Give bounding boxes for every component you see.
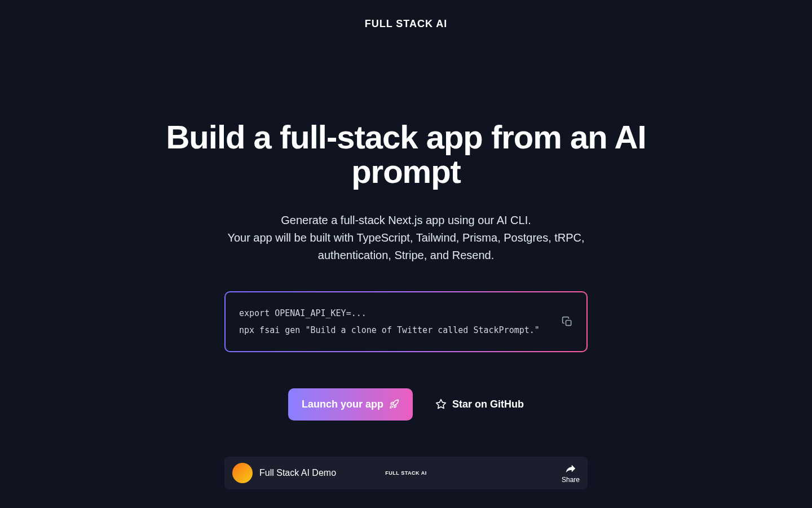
svg-rect-0 <box>566 320 571 325</box>
launch-button[interactable]: Launch your app <box>288 388 413 421</box>
video-title[interactable]: Full Stack AI Demo <box>259 468 336 478</box>
github-button[interactable]: Star on GitHub <box>435 398 524 410</box>
star-icon <box>435 398 447 410</box>
github-button-label: Star on GitHub <box>452 398 524 410</box>
svg-marker-1 <box>436 400 446 409</box>
launch-button-label: Launch your app <box>302 398 383 410</box>
hero-description: Generate a full-stack Next.js app using … <box>209 212 603 264</box>
copy-button[interactable] <box>562 316 573 327</box>
button-group: Launch your app Star on GitHub <box>288 388 524 421</box>
video-header-left: Full Stack AI Demo <box>232 463 336 483</box>
header: FULL STACK AI <box>0 0 812 30</box>
share-label: Share <box>562 476 580 484</box>
hero-title: Build a full-stack app from an AI prompt <box>152 120 660 189</box>
video-header: Full Stack AI Demo FULL STACK AI Share <box>224 457 588 489</box>
logo[interactable]: FULL STACK AI <box>0 18 812 30</box>
share-icon <box>564 462 577 475</box>
video-embed[interactable]: Full Stack AI Demo FULL STACK AI Share <box>224 457 588 489</box>
video-center-logo: FULL STACK AI <box>385 470 426 476</box>
video-center: FULL STACK AI <box>385 470 426 476</box>
avatar[interactable] <box>232 463 253 483</box>
video-share[interactable]: Share <box>562 462 580 484</box>
code-block-wrapper: export OPENAI_API_KEY=... npx fsai gen "… <box>224 291 588 352</box>
code-block: export OPENAI_API_KEY=... npx fsai gen "… <box>226 292 586 351</box>
code-content: export OPENAI_API_KEY=... npx fsai gen "… <box>239 305 553 339</box>
copy-icon <box>562 316 573 327</box>
rocket-icon <box>389 399 399 409</box>
hero-section: Build a full-stack app from an AI prompt… <box>0 30 812 489</box>
